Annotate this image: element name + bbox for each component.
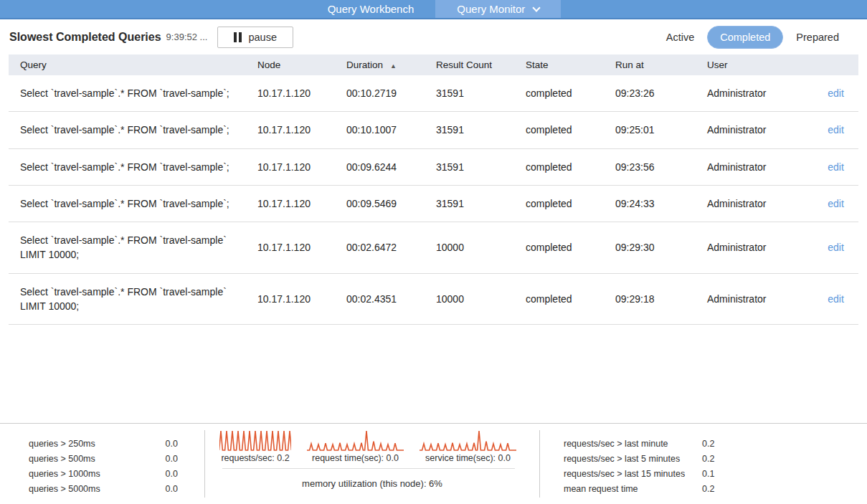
queries-table: Query Node Duration▲ Result Count State … [9,54,858,325]
stat-row: queries > 5000ms 0.0 [29,481,178,496]
cell-query: Select `travel-sample`.* FROM `travel-sa… [9,112,257,148]
filter-prepared[interactable]: Prepared [787,27,848,48]
column-header-run-at[interactable]: Run at [615,54,707,75]
stat-value: 0.0 [166,439,178,449]
cell-query: Select `travel-sample`.* FROM `travel-sa… [9,75,257,112]
cell-result-count: 10000 [436,273,526,325]
cell-user: Administrator [707,273,813,325]
stat-row: queries > 500ms 0.0 [29,451,178,466]
cell-query: Select `travel-sample`.* FROM `travel-sa… [9,148,257,185]
cell-node: 10.17.1.120 [257,112,346,148]
cell-user: Administrator [707,222,813,274]
stat-row: requests/sec > last 5 minutes 0.2 [564,451,867,466]
cell-duration: 00:10.2719 [346,75,436,112]
column-header-user[interactable]: User [707,54,813,75]
stat-value: 0.2 [702,454,714,464]
stat-label: requests/sec > last 15 minutes [564,469,702,479]
cell-user: Administrator [707,148,813,185]
cell-result-count: 31591 [436,112,526,148]
column-header-result-count[interactable]: Result Count [436,54,526,75]
last-updated-timestamp: 9:39:52 ... [166,32,208,42]
sparkline-label: service time(sec): 0.0 [425,453,511,463]
sparkline-label: requests/sec: 0.2 [221,453,289,463]
stat-row: mean request time 0.2 [564,481,867,496]
filter-completed[interactable]: Completed [707,26,783,49]
request-rate-stats: requests/sec > last minute 0.2 requests/… [540,424,867,504]
stat-label: mean request time [564,484,702,494]
column-header-state[interactable]: State [526,54,615,75]
edit-link[interactable]: edit [828,161,844,173]
cell-run-at: 09:24:33 [615,185,707,222]
stat-row: requests/sec > last minute 0.2 [564,436,867,451]
service-time-sparkline: service time(sec): 0.0 [420,429,516,463]
stat-label: requests/sec > last 5 minutes [564,454,702,464]
cell-duration: 00:09.5469 [346,185,436,222]
edit-link[interactable]: edit [828,124,844,135]
table-row: Select `travel-sample`.* FROM `travel-sa… [9,273,858,325]
edit-link[interactable]: edit [828,87,844,99]
page-title: Slowest Completed Queries [9,31,161,44]
stat-value: 0.2 [702,439,714,449]
stat-value: 0.2 [702,484,714,494]
table-row: Select `travel-sample`.* FROM `travel-sa… [9,112,858,148]
sparkline-panel: requests/sec: 0.2 request time(sec): 0.0… [205,424,539,504]
horizontal-divider [222,468,515,469]
column-header-node[interactable]: Node [257,54,346,75]
cell-node: 10.17.1.120 [257,75,346,112]
tab-query-workbench[interactable]: Query Workbench [306,0,436,18]
empty-space [0,325,867,423]
pause-icon [234,32,242,42]
queries-table-wrap: Query Node Duration▲ Result Count State … [9,54,858,325]
cell-query: Select `travel-sample`.* FROM `travel-sa… [9,185,257,222]
cell-duration: 00:02.4351 [346,273,436,325]
cell-user: Administrator [707,75,813,112]
edit-link[interactable]: edit [828,198,844,209]
cell-user: Administrator [707,112,813,148]
cell-duration: 00:09.6244 [346,148,436,185]
column-header-duration[interactable]: Duration▲ [346,54,436,75]
stat-label: queries > 250ms [29,439,166,449]
cell-state: completed [526,75,615,112]
sparkline-label: request time(sec): 0.0 [312,453,399,463]
filter-active[interactable]: Active [658,27,703,48]
query-threshold-stats: queries > 250ms 0.0 queries > 500ms 0.0 … [0,424,204,504]
stat-value: 0.1 [702,469,714,479]
request-time-sparkline: request time(sec): 0.0 [307,429,404,463]
edit-link[interactable]: edit [828,242,844,253]
stat-value: 0.0 [166,454,178,464]
cell-node: 10.17.1.120 [257,185,346,222]
cell-result-count: 31591 [436,185,526,222]
chevron-down-icon [533,4,541,11]
cell-run-at: 09:29:30 [615,222,707,274]
memory-utilization-label: memory utilization (this node): 6% [205,478,539,489]
cell-duration: 00:10.1007 [346,112,436,148]
stat-row: queries > 250ms 0.0 [29,436,178,451]
pause-button[interactable]: pause [217,27,293,48]
cell-result-count: 31591 [436,148,526,185]
cell-result-count: 31591 [436,75,526,112]
table-row: Select `travel-sample`.* FROM `travel-sa… [9,148,858,185]
sort-asc-icon: ▲ [390,62,397,70]
edit-link[interactable]: edit [828,293,844,305]
cell-query: Select `travel-sample`.* FROM `travel-sa… [9,273,257,325]
cell-node: 10.17.1.120 [257,148,346,185]
column-header-query[interactable]: Query [9,54,257,75]
top-nav-bar: Query Workbench Query Monitor [0,0,867,19]
cell-user: Administrator [707,185,813,222]
cell-state: completed [526,273,615,325]
cell-state: completed [526,185,615,222]
requests-per-sec-sparkline: requests/sec: 0.2 [219,429,291,463]
table-header-row: Query Node Duration▲ Result Count State … [9,54,858,75]
sparkline-row: requests/sec: 0.2 request time(sec): 0.0… [205,429,539,463]
stat-row: requests/sec > last 15 minutes 0.1 [564,466,867,481]
cell-query: Select `travel-sample`.* FROM `travel-sa… [9,222,257,274]
stat-label: requests/sec > last minute [564,439,702,449]
stat-label: queries > 500ms [29,454,166,464]
cell-node: 10.17.1.120 [257,222,346,274]
cell-node: 10.17.1.120 [257,273,346,325]
cell-run-at: 09:23:56 [615,148,707,185]
stat-value: 0.0 [166,484,178,494]
service-time-chart [420,429,516,451]
stats-footer: queries > 250ms 0.0 queries > 500ms 0.0 … [0,423,867,504]
tab-query-monitor[interactable]: Query Monitor [435,0,561,18]
